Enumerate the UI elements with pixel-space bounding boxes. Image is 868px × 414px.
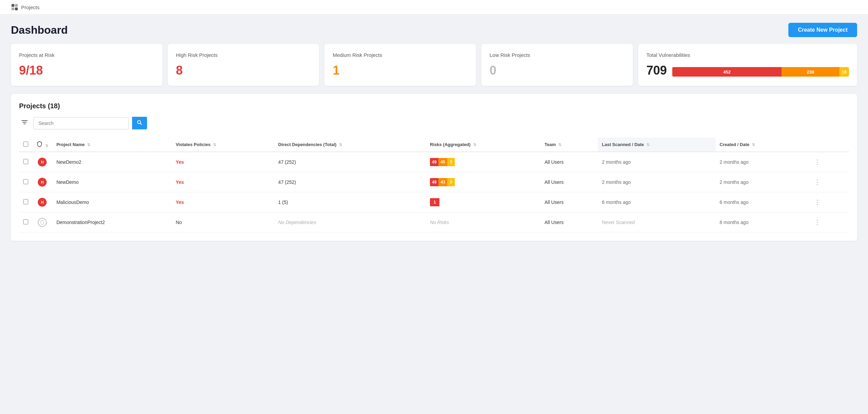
row-checkbox[interactable] bbox=[23, 199, 28, 204]
violates-cell: Yes bbox=[176, 159, 184, 165]
projects-section-title: Projects (18) bbox=[19, 102, 849, 110]
card-value-high-risk: 8 bbox=[176, 63, 311, 78]
col-last-scanned[interactable]: Last Scanned / Date ⇅ bbox=[598, 138, 716, 152]
row-menu-button[interactable]: ⋮ bbox=[811, 217, 823, 227]
select-all-checkbox[interactable] bbox=[23, 142, 28, 147]
card-value-projects-at-risk: 9/18 bbox=[19, 63, 154, 78]
project-name-cell: NewDemo bbox=[52, 172, 172, 192]
col-risk-icon: ⇅ bbox=[32, 138, 52, 152]
last-scanned-cell: 2 months ago bbox=[598, 152, 716, 172]
card-total-vulnerabilities: Total Vulnerabilities 709 452 239 18 bbox=[638, 44, 857, 86]
svg-rect-0 bbox=[12, 4, 14, 7]
card-projects-at-risk: Projects at Risk 9/18 bbox=[11, 44, 162, 86]
last-scanned-cell: 6 months ago bbox=[598, 192, 716, 212]
col-checkbox bbox=[19, 138, 32, 152]
projects-section: Projects (18) bbox=[11, 94, 857, 241]
projects-toolbar bbox=[19, 117, 849, 129]
card-title-high-risk: High Risk Projects bbox=[176, 52, 311, 58]
violates-cell: Yes bbox=[176, 179, 184, 185]
team-cell: All Users bbox=[541, 172, 598, 192]
filter-icon bbox=[21, 119, 28, 126]
card-title-low-risk: Low Risk Projects bbox=[489, 52, 625, 58]
col-actions bbox=[807, 138, 849, 152]
search-icon bbox=[137, 120, 142, 125]
card-title-total-vuln: Total Vulnerabilities bbox=[646, 52, 849, 58]
row-checkbox[interactable] bbox=[23, 219, 28, 224]
deps-cell: 47 (252) bbox=[274, 172, 426, 192]
vuln-segment-orange: 239 bbox=[782, 67, 839, 77]
card-title-projects-at-risk: Projects at Risk bbox=[19, 52, 154, 58]
summary-cards: Projects at Risk 9/18 High Risk Projects… bbox=[0, 44, 868, 94]
risk-badge-high: H bbox=[38, 178, 47, 187]
table-row: DemonstrationProject2 No No Dependencies… bbox=[19, 212, 849, 233]
risk-seg-red: 1 bbox=[430, 198, 439, 206]
created-cell: 6 months ago bbox=[716, 192, 807, 212]
violates-cell: No bbox=[176, 220, 182, 225]
vuln-segment-red: 452 bbox=[672, 67, 782, 77]
risks-cell: No Risks bbox=[426, 212, 541, 233]
col-team[interactable]: Team ⇅ bbox=[541, 138, 598, 152]
card-medium-risk: Medium Risk Projects 1 bbox=[324, 44, 476, 86]
row-checkbox[interactable] bbox=[23, 179, 28, 184]
deps-cell: 47 (252) bbox=[274, 152, 426, 172]
vuln-bar: 452 239 18 bbox=[672, 67, 849, 77]
project-name-cell: DemonstrationProject2 bbox=[52, 212, 172, 233]
risk-seg-orange: 45 bbox=[438, 158, 447, 166]
logo-area: Projects bbox=[11, 3, 39, 11]
row-menu-button[interactable]: ⋮ bbox=[811, 157, 823, 167]
card-title-medium-risk: Medium Risk Projects bbox=[333, 52, 468, 58]
risk-badge-high: H bbox=[38, 198, 47, 207]
risk-seg-yellow: 3 bbox=[447, 158, 455, 166]
col-project-name[interactable]: Project Name ⇅ bbox=[52, 138, 172, 152]
app-name: Projects bbox=[21, 4, 39, 10]
row-checkbox[interactable] bbox=[23, 159, 28, 164]
row-menu-button[interactable]: ⋮ bbox=[811, 197, 823, 207]
create-new-project-button[interactable]: Create New Project bbox=[788, 23, 857, 37]
risks-cell: 49 45 3 bbox=[426, 152, 541, 172]
created-cell: 8 months ago bbox=[716, 212, 807, 233]
svg-rect-1 bbox=[15, 4, 18, 7]
row-menu-button[interactable]: ⋮ bbox=[811, 177, 823, 187]
card-value-medium-risk: 1 bbox=[333, 63, 468, 78]
page-title: Dashboard bbox=[11, 24, 68, 36]
col-risks[interactable]: Risks (Aggregated) ⇅ bbox=[426, 138, 541, 152]
risk-badge-none bbox=[38, 218, 47, 227]
risks-cell: 49 43 3 bbox=[426, 172, 541, 192]
card-low-risk: Low Risk Projects 0 bbox=[481, 44, 633, 86]
risk-seg-orange: 43 bbox=[438, 178, 447, 186]
col-violates-policies[interactable]: Violates Policies ⇅ bbox=[172, 138, 274, 152]
team-cell: All Users bbox=[541, 192, 598, 212]
top-bar: Projects bbox=[0, 0, 868, 15]
filter-button[interactable] bbox=[19, 117, 30, 129]
logo-icon bbox=[11, 3, 18, 11]
table-row: H MaliciousDemo Yes 1 (5) 1 All Users 6 … bbox=[19, 192, 849, 212]
search-input[interactable] bbox=[33, 117, 129, 129]
svg-rect-3 bbox=[15, 7, 18, 10]
card-high-risk: High Risk Projects 8 bbox=[168, 44, 319, 86]
vuln-segment-yellow: 18 bbox=[839, 67, 849, 77]
risk-seg-red: 49 bbox=[430, 178, 438, 186]
col-direct-deps[interactable]: Direct Dependencies (Total) ⇅ bbox=[274, 138, 426, 152]
svg-line-8 bbox=[140, 123, 142, 125]
violates-cell: Yes bbox=[176, 200, 184, 205]
deps-cell: No Dependencies bbox=[274, 212, 426, 233]
risk-seg-red: 49 bbox=[430, 158, 438, 166]
risk-seg-yellow: 3 bbox=[447, 178, 455, 186]
card-value-total-vuln: 709 bbox=[646, 63, 667, 78]
search-button[interactable] bbox=[132, 117, 147, 129]
table-row: H NewDemo2 Yes 47 (252) 49 45 3 bbox=[19, 152, 849, 172]
card-value-low-risk: 0 bbox=[489, 63, 625, 78]
project-name-cell: NewDemo2 bbox=[52, 152, 172, 172]
page-header: Dashboard Create New Project bbox=[0, 15, 868, 44]
col-created[interactable]: Created / Date ⇅ bbox=[716, 138, 807, 152]
project-name-cell: MaliciousDemo bbox=[52, 192, 172, 212]
last-scanned-cell: Never Scanned bbox=[598, 212, 716, 233]
svg-rect-2 bbox=[12, 7, 14, 10]
team-cell: All Users bbox=[541, 152, 598, 172]
risks-cell: 1 bbox=[426, 192, 541, 212]
last-scanned-cell: 2 months ago bbox=[598, 172, 716, 192]
table-row: H NewDemo Yes 47 (252) 49 43 3 bbox=[19, 172, 849, 192]
created-cell: 2 months ago bbox=[716, 172, 807, 192]
projects-table: ⇅ Project Name ⇅ Violates Policies ⇅ Dir… bbox=[19, 138, 849, 233]
team-cell: All Users bbox=[541, 212, 598, 233]
